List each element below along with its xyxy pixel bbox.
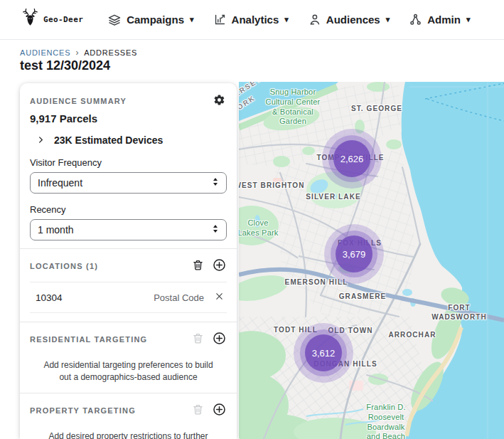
location-remove-button[interactable] [213,291,225,304]
residential-help-text: Add residential targeting preferences to… [39,359,218,384]
plus-circle-icon [213,332,226,348]
audience-panel: AUDIENCE SUMMARY 9,917 Parcels 23K Estim… [20,83,237,439]
marker-value: 2,626 [341,154,364,164]
property-add-button[interactable] [211,403,227,418]
chevron-down-icon: ▾ [466,15,471,24]
marker-value: 3,679 [343,249,366,260]
location-type-badge: Postal Code [154,292,204,303]
locations-delete-button[interactable] [190,258,205,274]
residential-header: RESIDENTIAL TARGETING [30,335,190,344]
brand-logo[interactable]: Geo-Deer [21,7,83,32]
nav-analytics[interactable]: Analytics ▾ [213,13,289,26]
visitor-frequency-select[interactable]: Infrequent [30,172,227,194]
nodes-icon [409,13,422,26]
breadcrumb-addresses: ADDRESSES [84,48,137,57]
close-icon [215,291,224,304]
visitor-frequency-label: Visitor Frequency [30,157,227,168]
recency-value: 1 month [38,224,210,236]
marker-value: 3,612 [312,348,336,359]
select-arrows-icon [210,176,220,190]
locations-add-button[interactable] [211,258,227,274]
breadcrumb-separator-icon: › [75,48,79,58]
settings-button[interactable] [211,93,227,109]
nav-items: Campaigns ▾ Analytics ▾ [107,13,470,27]
nav-audiences[interactable]: Audiences ▾ [308,13,390,26]
layers-icon [107,13,122,27]
page-title: test 12/30/2024 [20,58,110,73]
recency-select[interactable]: 1 month [30,219,227,240]
chevron-down-icon: ▾ [190,15,194,24]
residential-delete-button [190,332,205,347]
gear-icon [213,94,225,109]
breadcrumb: AUDIENCES › ADDRESSES [20,48,137,58]
trash-icon [192,403,204,418]
chevron-right-icon [37,134,45,147]
location-value: 10304 [36,292,154,303]
top-nav: Geo-Deer Campaigns ▾ Anal [0,0,504,40]
nav-campaigns[interactable]: Campaigns ▾ [107,13,193,27]
chevron-down-icon: ▾ [386,15,390,24]
plus-circle-icon [213,258,226,275]
nav-label: Analytics [232,14,279,26]
audience-summary-section: AUDIENCE SUMMARY 9,917 Parcels 23K Estim… [30,83,227,248]
locations-section: LOCATIONS (1) [30,249,227,322]
location-row: 10304 Postal Code [30,282,227,312]
property-targeting-section: PROPERTY TARGETING Add [30,393,227,439]
select-arrows-icon [210,223,220,237]
property-header: PROPERTY TARGETING [30,406,190,415]
visitor-frequency-value: Infrequent [38,177,210,189]
chevron-down-icon: ▾ [284,15,289,24]
app-window: Geo-Deer Campaigns ▾ Anal [0,0,504,439]
nav-label: Campaigns [127,14,184,26]
breadcrumb-audiences[interactable]: AUDIENCES [20,48,70,57]
audience-summary-header: AUDIENCE SUMMARY [30,97,211,105]
locations-header: LOCATIONS (1) [30,262,190,270]
nav-label: Audiences [326,14,380,26]
estimated-devices-expander[interactable]: 23K Estimated Devices [37,134,227,147]
property-delete-button [190,403,205,418]
parcel-count: 9,917 Parcels [30,112,227,125]
nav-label: Admin [427,14,461,26]
deer-logo-icon [21,7,39,32]
nav-admin[interactable]: Admin ▾ [409,13,470,26]
recency-label: Recency [30,204,227,215]
bar-chart-icon [213,13,227,26]
estimated-devices-label: 23K Estimated Devices [54,134,163,146]
residential-add-button[interactable] [211,332,227,347]
person-icon [308,13,321,26]
property-help-text: Add desired property restrictions to fur… [39,430,218,439]
plus-circle-icon [213,403,226,419]
map[interactable]: JERSEYYORKSnug Harbor Cultural Center & … [239,82,504,439]
residential-targeting-section: RESIDENTIAL TARGETING A [30,322,227,393]
brand-name: Geo-Deer [43,15,83,24]
trash-icon [192,332,204,347]
trash-icon [192,259,204,274]
